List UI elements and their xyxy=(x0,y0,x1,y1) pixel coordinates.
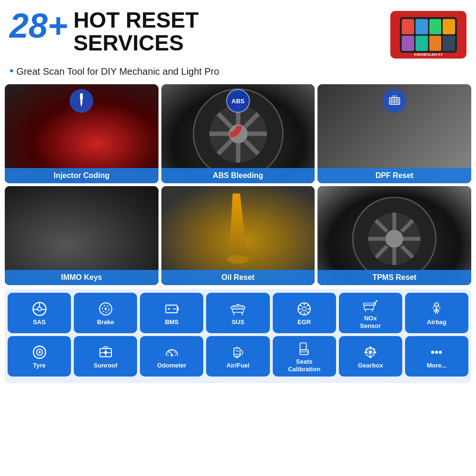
svg-line-59 xyxy=(307,311,308,313)
header-left: 28+ HOT RESET SERVICES xyxy=(10,9,198,55)
more-label: More... xyxy=(426,362,446,369)
tyre-label: Tyre xyxy=(33,362,46,369)
svg-rect-88 xyxy=(234,348,240,356)
svg-point-26 xyxy=(386,230,404,248)
svg-rect-48 xyxy=(232,309,243,312)
more-icon xyxy=(429,345,444,360)
injector-icon xyxy=(74,92,89,108)
device-tile xyxy=(402,36,414,51)
headline-number: 28+ xyxy=(10,9,68,43)
abs-label: ABS Bleeding xyxy=(161,168,315,183)
airfuel-label: Air/Fuel xyxy=(227,362,249,369)
service-card-immo[interactable]: IMMO Keys xyxy=(5,186,159,285)
svg-line-61 xyxy=(300,311,302,313)
svg-rect-49 xyxy=(231,307,245,308)
btn-brake[interactable]: Brake xyxy=(74,293,137,333)
btn-tyre[interactable]: Tyre xyxy=(8,336,71,377)
svg-point-53 xyxy=(302,307,306,311)
btn-nox[interactable]: NOx Sensor xyxy=(339,293,402,333)
service-card-abs[interactable]: ABS ABS Bleeding xyxy=(161,84,315,183)
svg-point-102 xyxy=(431,351,434,354)
svg-text:DPF: DPF xyxy=(392,95,397,98)
battery-icon xyxy=(164,301,179,317)
subtitle: •Great Scan Tool for DIY Mechanic and Li… xyxy=(0,62,476,82)
brake-label: Brake xyxy=(97,318,114,326)
page: 28+ HOT RESET SERVICES KINGBOLEN K7 •Gre… xyxy=(0,0,476,476)
svg-line-85 xyxy=(168,352,169,353)
device-tile xyxy=(416,36,428,51)
btn-more[interactable]: More... xyxy=(405,336,468,377)
icon-row-1: SAS Brake BMS xyxy=(8,293,468,333)
services-text: SERVICES xyxy=(73,31,198,54)
airbag-icon xyxy=(429,301,444,317)
btn-sunroof[interactable]: Sunroof xyxy=(74,336,137,377)
airfuel-icon xyxy=(230,345,246,360)
device-screen xyxy=(400,17,457,53)
device-tile xyxy=(443,36,455,51)
steering-icon xyxy=(32,301,47,317)
svg-point-76 xyxy=(38,351,40,354)
svg-point-66 xyxy=(377,300,378,302)
btn-airbag[interactable]: Airbag xyxy=(405,293,468,333)
svg-point-104 xyxy=(439,351,442,354)
btn-sus[interactable]: SUS xyxy=(206,293,269,333)
immo-label: IMMO Keys xyxy=(5,270,159,285)
brake-icon xyxy=(98,301,113,317)
svg-rect-62 xyxy=(364,305,374,309)
btn-sas[interactable]: SAS xyxy=(8,293,71,333)
svg-point-42 xyxy=(104,307,107,310)
svg-marker-2 xyxy=(80,104,82,107)
svg-line-58 xyxy=(300,305,302,307)
seats-icon xyxy=(297,341,312,356)
btn-seats-calibration[interactable]: Seats Calibration xyxy=(273,336,336,377)
svg-point-67 xyxy=(435,303,439,307)
svg-rect-98 xyxy=(374,351,377,353)
oil-label: Oil Reset xyxy=(161,270,315,285)
injector-label: Injector Coding xyxy=(5,168,159,183)
header: 28+ HOT RESET SERVICES KINGBOLEN K7 xyxy=(0,0,476,62)
sus-icon xyxy=(230,301,246,317)
headline-text: HOT RESET SERVICES xyxy=(73,9,198,55)
svg-rect-91 xyxy=(300,343,306,350)
btn-airfuel[interactable]: Air/Fuel xyxy=(206,336,269,377)
service-card-tpms[interactable]: TPMS Reset xyxy=(317,186,471,285)
seats-label: Seats Calibration xyxy=(288,358,320,373)
service-card-oil[interactable]: Oil Reset xyxy=(161,186,315,285)
gearbox-label: Gearbox xyxy=(358,362,383,369)
service-card-dpf[interactable]: DPF DPF Reset xyxy=(317,84,471,183)
svg-rect-44 xyxy=(177,307,178,311)
svg-line-72 xyxy=(436,310,438,314)
svg-rect-96 xyxy=(370,355,371,358)
egr-label: EGR xyxy=(298,318,311,326)
btn-odometer[interactable]: Odometer xyxy=(140,336,203,377)
service-card-injector[interactable]: Injector Coding xyxy=(5,84,159,183)
nox-label: NOx Sensor xyxy=(360,315,381,329)
nox-icon xyxy=(363,298,378,313)
svg-line-39 xyxy=(41,309,46,310)
device-image: KINGBOLEN K7 xyxy=(390,11,466,59)
hot-reset-text: HOT RESET xyxy=(73,9,198,31)
svg-point-94 xyxy=(369,351,372,354)
svg-point-36 xyxy=(38,307,41,311)
device-tile xyxy=(429,36,442,51)
svg-point-23 xyxy=(227,255,249,264)
abs-text: ABS xyxy=(231,98,244,105)
services-grid: Injector Coding xyxy=(0,82,476,287)
svg-line-86 xyxy=(174,352,175,353)
sunroof-icon xyxy=(98,345,113,360)
gearbox-icon xyxy=(363,345,378,360)
btn-gearbox[interactable]: Gearbox xyxy=(339,336,402,377)
abs-icon-badge: ABS xyxy=(226,89,250,113)
dpf-label: DPF Reset xyxy=(317,168,471,183)
btn-egr[interactable]: EGR xyxy=(273,293,336,333)
svg-point-3 xyxy=(80,95,83,98)
service-icons-section: SAS Brake BMS xyxy=(5,289,471,383)
svg-rect-97 xyxy=(364,351,367,353)
egr-icon xyxy=(297,301,312,317)
sus-label: SUS xyxy=(232,318,245,326)
svg-rect-1 xyxy=(80,100,82,104)
bullet-dot: • xyxy=(10,64,13,77)
sunroof-label: Sunroof xyxy=(94,362,118,369)
icon-row-2: Tyre Sunroof xyxy=(8,336,468,377)
btn-bms[interactable]: BMS xyxy=(140,293,203,333)
